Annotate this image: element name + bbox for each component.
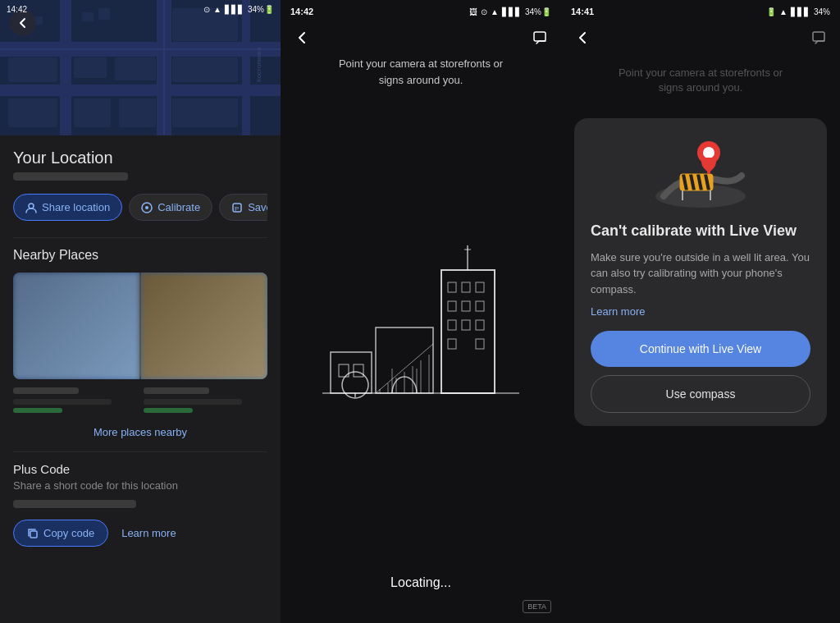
svg-rect-52 [462, 320, 470, 330]
map-svg: Костолянка [0, 0, 281, 135]
calibrate-error-card: Can't calibrate with Live View Make sure… [574, 118, 827, 426]
nearby-places-title: Nearby Places [13, 248, 267, 263]
location-address-blur [13, 172, 128, 181]
divider-2 [13, 451, 267, 452]
learn-more-link-p3[interactable]: Learn more [591, 305, 645, 318]
copy-icon [27, 528, 39, 539]
panel3-bg-title: Point your camera at storefronts or sign… [561, 66, 840, 95]
continue-live-view-button[interactable]: Continue with Live View [591, 331, 810, 367]
building-illustration [281, 96, 561, 559]
nearby-name-left [13, 387, 79, 394]
time-p2: 14:42 [290, 7, 313, 16]
svg-point-72 [703, 147, 714, 158]
calibrate-error-title: Can't calibrate with Live View [591, 222, 797, 240]
chat-icon-p3 [810, 30, 827, 46]
back-arrow-icon-p3 [574, 30, 591, 46]
svg-rect-16 [172, 98, 238, 127]
svg-rect-53 [476, 320, 484, 330]
svg-rect-27 [30, 531, 37, 538]
back-arrow-icon-p2 [294, 30, 310, 46]
signal-icon: ▋▋▋ [225, 5, 244, 14]
your-location-title: Your Location [13, 149, 267, 167]
nearby-item-left [13, 387, 137, 413]
svg-point-22 [29, 204, 34, 208]
chat-button-p3[interactable] [810, 30, 827, 49]
share-location-label: Share location [42, 201, 110, 213]
nearby-image-right [141, 273, 267, 379]
status-bar-p1: 14:42 ⊙ ▲ ▋▋▋ 34%🔋 [0, 0, 281, 18]
illustration-svg [306, 237, 536, 418]
nearby-item-right [144, 387, 267, 413]
parking-icon: P [231, 202, 243, 213]
back-arrow-icon [16, 16, 30, 30]
svg-rect-9 [74, 57, 107, 78]
svg-rect-49 [462, 301, 470, 311]
svg-rect-14 [74, 98, 111, 127]
panel2-header-row [281, 23, 561, 56]
svg-rect-45 [448, 282, 456, 292]
locating-text: Locating... [281, 559, 561, 623]
nearby-name-right [144, 387, 209, 394]
compass-icon [141, 202, 153, 213]
calibrate-icon-area [591, 135, 810, 208]
svg-rect-60 [813, 32, 824, 41]
status-bar-p2: 14:42 🖼 ⊙ ▲ ▋▋▋ 34%🔋 [281, 0, 561, 23]
person-icon [25, 202, 37, 213]
nearby-sub-right [144, 399, 242, 405]
share-location-button[interactable]: Share location [13, 194, 122, 221]
time-p1: 14:42 [7, 5, 27, 14]
svg-text:P: P [235, 205, 239, 213]
nearby-images-inner [13, 273, 267, 379]
plus-code-title: Plus Code [13, 462, 267, 476]
svg-point-24 [145, 206, 148, 209]
svg-rect-51 [448, 320, 456, 330]
save-parking-button[interactable]: P Save par... [219, 194, 267, 221]
battery-pct-p3: 34% [814, 7, 830, 16]
calibrate-error-illustration [643, 135, 758, 208]
calibrate-button[interactable]: Calibrate [129, 194, 212, 221]
back-button-p3[interactable] [574, 30, 591, 49]
panel2-title-text: Point your camera at storefronts or sign… [339, 57, 503, 86]
calibrate-label: Calibrate [158, 201, 200, 213]
nearby-images-container [13, 273, 267, 379]
svg-rect-13 [8, 98, 57, 127]
more-places-button[interactable]: More places nearby [13, 419, 267, 442]
nearby-rating-right [144, 408, 193, 413]
save-parking-label: Save par... [248, 201, 267, 213]
nearby-sub-left [13, 399, 112, 405]
chat-button-p2[interactable] [532, 30, 548, 49]
svg-rect-12 [172, 57, 238, 82]
battery-p2: 34%🔋 [525, 7, 551, 16]
use-compass-button[interactable]: Use compass [591, 375, 810, 413]
map-view: Костолянка 14:42 ⊙ ▲ ▋▋▋ 34%🔋 [0, 0, 281, 135]
signal-icon-p2: ▋▋▋ [502, 7, 522, 16]
learn-more-link-p1[interactable]: Learn more [121, 527, 176, 539]
signal-icon-p3: ▋▋▋ [791, 7, 810, 16]
wifi-icon-p2: ▲ [491, 7, 499, 16]
panel1-scroll-content: Your Location Share location Calibrate [0, 135, 281, 623]
nearby-rating-left [13, 408, 62, 413]
panel3-header-row [561, 23, 840, 56]
nearby-info-row [13, 387, 267, 413]
copy-code-button[interactable]: Copy code [13, 520, 108, 547]
panel2-title-area: Point your camera at storefronts or sign… [281, 56, 561, 88]
back-button-p2[interactable] [294, 30, 310, 49]
photo-icon-p2: 🖼 [469, 7, 477, 16]
panel-location: Костолянка 14:42 ⊙ ▲ ▋▋▋ 34%🔋 Your Locat… [0, 0, 281, 623]
chat-icon-p2 [532, 30, 548, 46]
svg-rect-8 [8, 57, 57, 82]
copy-btn-label: Copy code [43, 527, 94, 539]
action-buttons-row: Share location Calibrate P Save par... [13, 194, 267, 221]
status-icons-p1: ⊙ ▲ ▋▋▋ 34%🔋 [203, 5, 274, 14]
status-bar-p3: 14:41 🔋 ▲ ▋▋▋ 34% [561, 0, 840, 23]
nearby-image-left [13, 273, 139, 379]
svg-rect-15 [119, 98, 156, 127]
location-icon-p2: ⊙ [481, 7, 487, 16]
panel-live-view: 14:42 🖼 ⊙ ▲ ▋▋▋ 34%🔋 Point your camera a… [281, 0, 561, 623]
svg-rect-44 [441, 270, 495, 393]
battery-p1: 34%🔋 [248, 5, 274, 14]
wifi-icon-p3: ▲ [779, 7, 788, 16]
status-icons-p3: 🔋 ▲ ▋▋▋ 34% [766, 7, 830, 16]
svg-rect-47 [476, 282, 484, 292]
svg-rect-28 [534, 32, 546, 41]
